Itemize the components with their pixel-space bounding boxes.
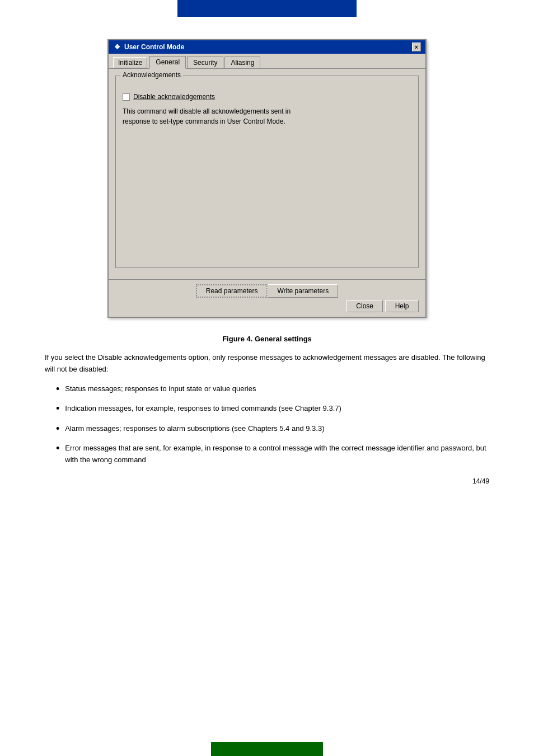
disable-acknowledgements-label: Disable acknowledgements [133,93,215,101]
app-icon: ❖ [113,43,121,51]
tab-initialize[interactable]: Initialize [113,57,147,68]
close-icon[interactable]: × [412,43,421,51]
help-button[interactable]: Help [385,300,419,312]
bottom-bar [211,742,323,756]
list-item: Error messages that are sent, for exampl… [56,443,489,466]
bullet-list: Status messages; responses to input stat… [45,383,489,466]
acknowledgements-description: This command will disable all acknowledg… [123,106,411,126]
tab-aliasing[interactable]: Aliasing [224,57,260,68]
list-item: Indication messages, for example, respon… [56,403,489,415]
body-text: If you select the Disable acknowledgemen… [45,352,489,375]
disable-ack-row: Disable acknowledgements [123,93,411,101]
dialog-titlebar: ❖ User Control Mode × [109,40,425,54]
list-item: Status messages; responses to input stat… [56,383,489,396]
dialog-title: User Control Mode [124,43,184,51]
tab-general[interactable]: General [149,56,186,69]
tab-security[interactable]: Security [187,57,223,68]
group-box-title: Acknowledgements [120,71,183,79]
dialog-footer: Read parameters Write parameters Close H… [109,279,425,317]
group-box-inner: Disable acknowledgements This command wi… [123,82,411,261]
dialog-window: ❖ User Control Mode × Initialize General… [107,39,427,318]
top-bar [177,0,357,17]
acknowledgements-group: Acknowledgements Disable acknowledgement… [115,76,419,268]
disable-acknowledgements-checkbox[interactable] [123,93,130,101]
titlebar-left: ❖ User Control Mode [113,43,184,51]
footer-row1: Read parameters Write parameters [115,284,419,298]
dialog-body: Acknowledgements Disable acknowledgement… [109,69,425,279]
figure-caption: Figure 4. General settings [45,335,489,343]
read-parameters-button[interactable]: Read parameters [196,284,268,298]
page-number: 14/49 [45,477,489,485]
write-parameters-button[interactable]: Write parameters [268,284,338,298]
tab-bar: Initialize General Security Aliasing [109,54,425,69]
footer-row2: Close Help [115,300,419,312]
list-item: Alarm messages; responses to alarm subsc… [56,423,489,435]
close-button[interactable]: Close [346,300,383,312]
